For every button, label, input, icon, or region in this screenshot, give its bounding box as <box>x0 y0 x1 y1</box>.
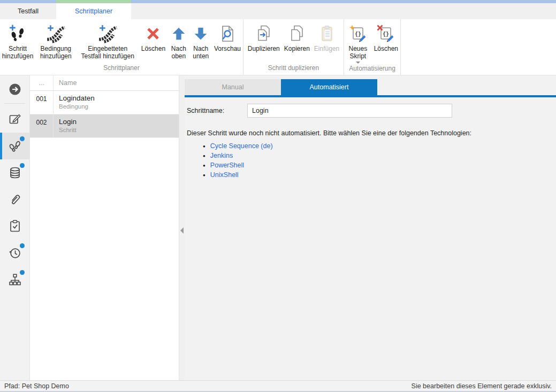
add-condition-icon <box>45 22 66 45</box>
step-type: Bedingung <box>59 103 179 110</box>
status-bar: Pfad: Pet Shop Demo Sie bearbeiten diese… <box>0 380 556 391</box>
preview-button[interactable]: Vorschau <box>212 21 243 53</box>
add-condition-button[interactable]: Bedingung hinzufügen <box>35 21 77 61</box>
panel-splitter[interactable] <box>179 75 185 380</box>
automation-info-text: Dieser Schritt wurde noch nicht automati… <box>185 129 556 137</box>
ribbon-tab-testfall[interactable]: Testfall <box>0 3 56 19</box>
sidebar-item-steps[interactable] <box>0 133 29 159</box>
table-header: ... Name <box>30 75 179 91</box>
list-item: ●Jenkins <box>203 151 556 160</box>
notification-dot <box>20 243 25 248</box>
detail-tab-bar: Manual Automatisiert <box>185 79 556 95</box>
add-step-icon <box>8 22 27 45</box>
new-script-button[interactable]: {} Neues Skript <box>344 21 372 65</box>
sidebar-item-edit[interactable] <box>0 106 29 133</box>
arrow-up-icon <box>171 22 187 45</box>
group-label-schritt-duplizieren: Schritt duplizieren <box>243 64 344 75</box>
attachment-icon <box>8 193 22 206</box>
bullet-icon: ● <box>203 144 205 149</box>
technology-link-cycle-sequence[interactable]: Cycle Sequence (de) <box>210 142 273 150</box>
sidebar-item-attachments[interactable] <box>0 186 29 213</box>
detail-panel: Manual Automatisiert Schrittname: Dieser… <box>185 75 556 380</box>
bullet-icon: ● <box>203 163 205 168</box>
move-up-button[interactable]: Nach oben <box>167 21 189 61</box>
database-icon <box>8 166 22 180</box>
ribbon-group-schritt-duplizieren: Duplizieren Kopieren <box>243 19 344 75</box>
tab-manual[interactable]: Manual <box>185 79 281 95</box>
bullet-icon: ● <box>203 173 205 178</box>
status-path: Pfad: Pet Shop Demo <box>4 382 69 390</box>
step-name-label: Schrittname: <box>187 107 247 114</box>
duplicate-button[interactable]: Duplizieren <box>246 21 282 53</box>
list-item: ●PowerShell <box>203 160 556 170</box>
active-tab-underline <box>185 95 556 97</box>
add-step-button[interactable]: Schritt hinzufügen <box>0 21 35 61</box>
preview-icon <box>218 22 237 45</box>
ribbon-group-schrittplaner: Schritt hinzufügen Bedingung hinzufügen <box>0 19 243 75</box>
tab-automatisiert[interactable]: Automatisiert <box>281 79 377 95</box>
group-label-schrittplaner: Schrittplaner <box>0 64 243 75</box>
technology-link-jenkins[interactable]: Jenkins <box>210 152 233 159</box>
delete-x-icon <box>144 22 162 45</box>
hierarchy-icon <box>8 273 22 287</box>
new-script-dropdown-caret[interactable] <box>356 62 360 64</box>
step-name: Logindaten <box>59 94 179 102</box>
status-lock-message: Sie bearbeiten dieses Element gerade exk… <box>412 382 552 390</box>
ribbon-tab-bar: Testfall Schrittplaner <box>0 3 556 19</box>
list-item: ●UnixShell <box>203 170 556 180</box>
duplicate-icon <box>255 22 273 45</box>
sidebar-separator <box>4 103 25 104</box>
delete-script-icon: {} <box>377 22 395 45</box>
left-navigation-bar <box>0 75 30 380</box>
step-type: Schritt <box>59 127 179 133</box>
table-row[interactable]: 001 Logindaten Bedingung <box>30 91 179 114</box>
sidebar-item-go[interactable] <box>0 75 29 103</box>
paste-icon <box>318 22 336 45</box>
sidebar-item-history[interactable] <box>0 240 29 266</box>
step-name-input[interactable] <box>247 104 452 118</box>
notification-dot <box>20 136 25 141</box>
steps-table: ... Name 001 Logindaten Bedingung 002 Lo… <box>30 75 179 380</box>
steps-icon <box>7 139 22 153</box>
technology-link-unixshell[interactable]: UnixShell <box>210 171 239 179</box>
column-header-num: ... <box>30 75 54 90</box>
collapse-left-icon[interactable] <box>180 227 184 234</box>
delete-step-button[interactable]: Löschen <box>139 21 167 53</box>
add-embedded-testcase-button[interactable]: Eingebetteten Testfall hinzufügen <box>77 21 139 61</box>
sidebar-item-database[interactable] <box>0 159 29 186</box>
main-area: ... Name 001 Logindaten Bedingung 002 Lo… <box>0 75 556 380</box>
group-label-automatisierung: Automatisierung <box>344 65 400 75</box>
column-header-name: Name <box>54 75 179 90</box>
edit-icon <box>8 112 22 126</box>
technology-list: ●Cycle Sequence (de) ●Jenkins ●PowerShel… <box>185 141 556 180</box>
tasks-icon <box>8 219 22 233</box>
copy-button[interactable]: Kopieren <box>282 21 312 53</box>
copy-icon <box>288 22 306 45</box>
paste-button[interactable]: Einfügen <box>312 21 341 53</box>
ribbon-tab-schrittplaner[interactable]: Schrittplaner <box>56 3 131 19</box>
table-row-selected[interactable]: 002 Login Schritt <box>30 114 179 138</box>
technology-link-powershell[interactable]: PowerShell <box>210 162 244 169</box>
arrow-down-icon <box>193 22 209 45</box>
notification-dot <box>20 270 25 275</box>
list-item: ●Cycle Sequence (de) <box>203 141 556 151</box>
svg-text:{}: {} <box>355 31 361 37</box>
bullet-icon: ● <box>203 153 205 158</box>
delete-script-button[interactable]: {} Löschen <box>372 21 400 53</box>
add-embedded-testcase-icon <box>97 22 118 45</box>
sidebar-item-tasks[interactable] <box>0 213 29 240</box>
step-name: Login <box>59 118 179 126</box>
history-icon <box>8 246 22 260</box>
notification-dot <box>20 163 25 168</box>
go-icon <box>8 82 22 96</box>
ribbon-group-automatisierung: {} Neues Skript {} <box>344 19 401 75</box>
new-script-icon: {} <box>349 22 367 45</box>
svg-text:{}: {} <box>383 31 389 37</box>
ribbon: Schritt hinzufügen Bedingung hinzufügen <box>0 19 556 75</box>
move-down-button[interactable]: Nach unten <box>190 21 212 61</box>
sidebar-item-hierarchy[interactable] <box>0 266 29 293</box>
